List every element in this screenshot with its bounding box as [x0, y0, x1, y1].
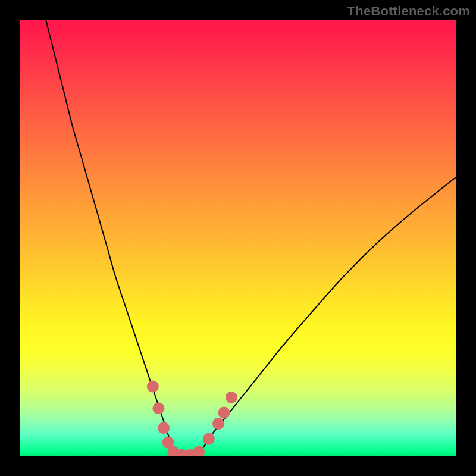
- data-marker: [147, 381, 159, 393]
- data-marker: [152, 402, 164, 414]
- data-marker: [212, 418, 224, 430]
- data-marker: [226, 392, 237, 403]
- data-marker: [218, 407, 230, 419]
- plot-area: [20, 20, 456, 456]
- bottleneck-curve-path: [46, 20, 456, 456]
- watermark-text: TheBottleneck.com: [347, 4, 470, 19]
- curve-layer: [20, 20, 456, 456]
- data-marker: [203, 433, 215, 445]
- marker-group: [147, 381, 237, 456]
- data-marker: [158, 422, 170, 434]
- chart-frame: TheBottleneck.com: [0, 0, 476, 476]
